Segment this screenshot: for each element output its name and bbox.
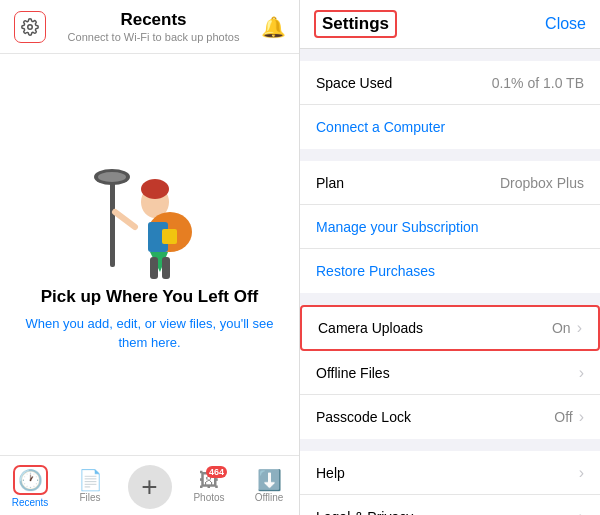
pickup-title: Pick up Where You Left Off	[41, 287, 259, 307]
nav-files-label: Files	[79, 492, 100, 503]
space-used-value: 0.1% of 1.0 TB	[492, 75, 584, 91]
photos-badge-wrap: 🖼 464	[199, 470, 219, 490]
passcode-lock-chevron: ›	[579, 408, 584, 426]
settings-section-2: Plan Dropbox Plus Manage your Subscripti…	[300, 161, 600, 293]
camera-uploads-label: Camera Uploads	[318, 320, 423, 336]
camera-uploads-chevron: ›	[577, 319, 582, 337]
plan-value: Dropbox Plus	[500, 175, 584, 191]
bottom-nav: 🕐 Recents 📄 Files + 🖼 464 Photos ⬇️ Offl…	[0, 455, 299, 515]
space-used-row: Space Used 0.1% of 1.0 TB	[300, 61, 600, 105]
connect-computer-link[interactable]: Connect a Computer	[316, 119, 445, 135]
offline-files-row[interactable]: Offline Files ›	[300, 351, 600, 395]
right-header: Settings Close	[300, 0, 600, 49]
nav-offline[interactable]: ⬇️ Offline	[247, 470, 292, 503]
manage-subscription-row[interactable]: Manage your Subscription	[300, 205, 600, 249]
offline-icon: ⬇️	[257, 470, 282, 490]
offline-files-chevron: ›	[579, 364, 584, 382]
recents-title: Recents	[68, 10, 240, 30]
files-icon: 📄	[78, 470, 103, 490]
legal-privacy-label: Legal & Privacy	[316, 509, 413, 516]
settings-section-1: Space Used 0.1% of 1.0 TB Connect a Comp…	[300, 61, 600, 149]
settings-section-3: Camera Uploads On › Offline Files › Pass…	[300, 305, 600, 439]
nav-photos-label: Photos	[193, 492, 224, 503]
legal-privacy-row[interactable]: Legal & Privacy ›	[300, 495, 600, 515]
nav-photos[interactable]: 🖼 464 Photos	[187, 470, 232, 503]
settings-section-4: Help › Legal & Privacy › App Version 72.…	[300, 451, 600, 515]
close-button[interactable]: Close	[545, 15, 586, 33]
settings-title: Settings	[322, 14, 389, 33]
help-row[interactable]: Help ›	[300, 451, 600, 495]
bell-icon[interactable]: 🔔	[261, 15, 285, 39]
plan-label: Plan	[316, 175, 344, 191]
passcode-lock-right: Off ›	[554, 408, 584, 426]
svg-rect-11	[162, 257, 170, 279]
help-label: Help	[316, 465, 345, 481]
nav-offline-label: Offline	[255, 492, 284, 503]
nav-add-button[interactable]: +	[128, 465, 172, 509]
nav-files[interactable]: 📄 Files	[68, 470, 113, 503]
left-panel: Recents Connect to Wi-Fi to back up phot…	[0, 0, 300, 515]
settings-title-wrap: Settings	[314, 10, 397, 38]
right-panel: Settings Close Space Used 0.1% of 1.0 TB…	[300, 0, 600, 515]
help-chevron: ›	[579, 464, 584, 482]
passcode-lock-row[interactable]: Passcode Lock Off ›	[300, 395, 600, 439]
camera-uploads-row[interactable]: Camera Uploads On ›	[300, 305, 600, 351]
left-content: Pick up Where You Left Off When you add,…	[0, 54, 299, 455]
legal-privacy-chevron: ›	[579, 508, 584, 516]
recents-subtitle: Connect to Wi-Fi to back up photos	[68, 31, 240, 43]
nav-recents[interactable]: 🕐 Recents	[8, 465, 53, 508]
passcode-lock-value: Off	[554, 409, 572, 425]
gear-button[interactable]	[14, 11, 46, 43]
photos-badge: 464	[206, 466, 227, 478]
recents-icon: 🕐	[18, 470, 43, 490]
svg-rect-9	[162, 229, 177, 244]
svg-rect-10	[150, 257, 158, 279]
svg-rect-1	[110, 177, 115, 267]
illustration	[80, 157, 220, 287]
settings-scroll: Space Used 0.1% of 1.0 TB Connect a Comp…	[300, 49, 600, 515]
plan-row: Plan Dropbox Plus	[300, 161, 600, 205]
restore-purchases-link[interactable]: Restore Purchases	[316, 263, 435, 279]
add-icon: +	[141, 471, 157, 503]
svg-point-0	[28, 24, 33, 29]
svg-point-5	[141, 179, 169, 199]
camera-uploads-right: On ›	[552, 319, 582, 337]
connect-computer-row[interactable]: Connect a Computer	[300, 105, 600, 149]
pickup-desc: When you add, edit, or view files, you'l…	[20, 315, 279, 351]
camera-uploads-value: On	[552, 320, 571, 336]
offline-files-label: Offline Files	[316, 365, 390, 381]
svg-line-12	[115, 212, 135, 227]
passcode-lock-label: Passcode Lock	[316, 409, 411, 425]
left-header: Recents Connect to Wi-Fi to back up phot…	[0, 0, 299, 54]
space-used-label: Space Used	[316, 75, 392, 91]
nav-recents-label: Recents	[12, 497, 49, 508]
svg-point-3	[98, 172, 126, 182]
restore-purchases-row[interactable]: Restore Purchases	[300, 249, 600, 293]
header-center: Recents Connect to Wi-Fi to back up phot…	[68, 10, 240, 43]
manage-subscription-link[interactable]: Manage your Subscription	[316, 219, 479, 235]
